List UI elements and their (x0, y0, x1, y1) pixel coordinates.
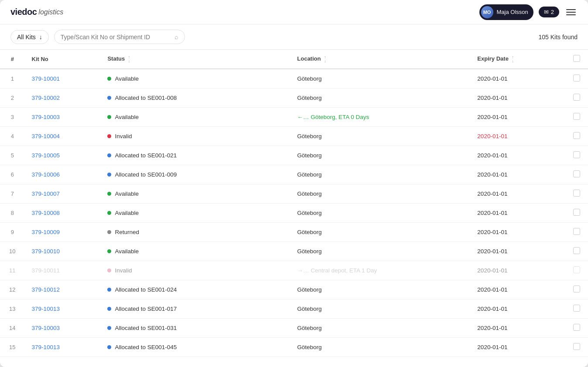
kit-link[interactable]: 379-10006 (32, 171, 60, 178)
expiry-cell: 2020-01-01 (470, 338, 565, 357)
row-num: 6 (0, 165, 25, 184)
status-cell: Allocated to SE001-009 (100, 165, 290, 184)
menu-button[interactable] (564, 7, 578, 17)
row-checkbox[interactable] (573, 94, 580, 101)
filter-button[interactable]: All Kits ↓ (10, 30, 49, 44)
row-checkbox[interactable] (573, 132, 580, 139)
row-checkbox[interactable] (573, 285, 580, 292)
kit-link[interactable]: 379-10013 (32, 344, 60, 350)
row-checkbox[interactable] (573, 324, 580, 331)
location-text: Göteborg (290, 146, 470, 165)
row-checkbox[interactable] (573, 113, 580, 120)
kit-link[interactable]: 379-10003 (32, 325, 60, 331)
row-num: 5 (0, 146, 25, 165)
status-text: Allocated to SE001-017 (115, 306, 177, 312)
status-dot (107, 249, 111, 253)
kit-link[interactable]: 379-10012 (32, 286, 60, 293)
row-checkbox[interactable] (573, 343, 580, 350)
status-text: Available (115, 114, 139, 120)
row-checkbox[interactable] (573, 266, 580, 273)
kit-no-cell: 379-10013 (25, 299, 101, 319)
avatar: MO (481, 6, 493, 18)
row-checkbox[interactable] (573, 305, 580, 312)
header-actions: MO Maja Olsson ✉ 2 (479, 4, 578, 20)
location-text: Göteborg (290, 338, 470, 357)
row-checkbox[interactable] (573, 247, 580, 254)
kit-link[interactable]: 379-10009 (32, 229, 60, 235)
kit-link[interactable]: 379-10011 (32, 267, 60, 274)
row-checkbox[interactable] (573, 151, 580, 158)
select-all-checkbox[interactable] (573, 55, 580, 62)
status-dot (107, 153, 111, 157)
status-text: Available (115, 75, 139, 82)
status-dot (107, 96, 111, 100)
location-text: Göteborg (290, 69, 470, 88)
row-num: 13 (0, 299, 25, 319)
kit-link[interactable]: 379-10005 (32, 152, 60, 159)
status-cell: Allocated to SE001-017 (100, 299, 290, 319)
status-text: Invalid (115, 267, 132, 274)
status-text: Allocated to SE001-009 (115, 171, 177, 178)
kit-no-cell: 379-10005 (25, 146, 101, 165)
kit-no-cell: 379-10009 (25, 223, 101, 242)
transit-arrow-icon: →… (297, 267, 309, 274)
kit-no-cell: 379-10003 (25, 108, 101, 127)
col-expiry[interactable]: Expiry Date (470, 50, 565, 69)
row-num: 8 (0, 204, 25, 223)
status-dot (107, 288, 111, 292)
status-cell: Available (100, 184, 290, 204)
search-box: ⌕ (54, 30, 185, 44)
status-text: Available (115, 210, 139, 216)
row-checkbox-cell (565, 108, 588, 127)
sort-expiry-icon (512, 55, 514, 63)
app-header: viedoc logistics MO Maja Olsson ✉ 2 (0, 0, 588, 24)
search-input[interactable] (61, 34, 171, 41)
row-checkbox-cell (565, 319, 588, 338)
col-kit-no: Kit No (25, 50, 101, 69)
status-cell: Available (100, 108, 290, 127)
kit-link[interactable]: 379-10007 (32, 190, 60, 197)
table-container: # Kit No Status Location Expiry Date 137… (0, 50, 588, 367)
kit-no-cell: 379-10011 (25, 261, 101, 280)
row-checkbox[interactable] (573, 209, 580, 216)
sort-location-icon (324, 55, 326, 63)
status-cell: Allocated to SE001-031 (100, 319, 290, 338)
col-location[interactable]: Location (290, 50, 470, 69)
mail-icon: ✉ (544, 9, 549, 15)
location-text: Göteborg (290, 242, 470, 261)
row-checkbox-cell (565, 204, 588, 223)
status-text: Allocated to SE001-045 (115, 344, 177, 350)
status-cell: Available (100, 69, 290, 88)
menu-line-3 (566, 14, 576, 15)
kit-link[interactable]: 379-10008 (32, 210, 60, 216)
kit-link[interactable]: 379-10003 (32, 114, 60, 120)
kit-link[interactable]: 379-10001 (32, 75, 60, 82)
user-badge[interactable]: MO Maja Olsson (479, 4, 533, 20)
location-cell: →… Central depot, ETA 1 Day (290, 261, 470, 280)
status-cell: Invalid (100, 261, 290, 280)
search-icon: ⌕ (174, 33, 178, 41)
row-checkbox[interactable] (573, 170, 580, 177)
kit-link[interactable]: 379-10013 (32, 306, 60, 312)
col-status[interactable]: Status (100, 50, 290, 69)
status-cell: Returned (100, 223, 290, 242)
row-checkbox[interactable] (573, 190, 580, 197)
status-text: Invalid (115, 133, 132, 139)
col-select (565, 50, 588, 69)
expiry-cell: 2020-01-01 (470, 242, 565, 261)
kit-link[interactable]: 379-10004 (32, 133, 60, 139)
notifications-button[interactable]: ✉ 2 (539, 7, 559, 17)
status-dot (107, 134, 111, 138)
row-checkbox[interactable] (573, 75, 580, 82)
status-dot (107, 173, 111, 177)
kit-no-cell: 379-10008 (25, 204, 101, 223)
table-row: 8379-10008AvailableGöteborg2020-01-01 (0, 204, 588, 223)
row-checkbox[interactable] (573, 228, 580, 235)
menu-line-1 (566, 9, 576, 10)
row-num: 14 (0, 319, 25, 338)
expiry-cell: 2020-01-01 (470, 108, 565, 127)
table-row: 2379-10002Allocated to SE001-008Göteborg… (0, 88, 588, 108)
kit-link[interactable]: 379-10010 (32, 248, 60, 255)
kit-link[interactable]: 379-10002 (32, 95, 60, 101)
kit-no-cell: 379-10004 (25, 127, 101, 146)
